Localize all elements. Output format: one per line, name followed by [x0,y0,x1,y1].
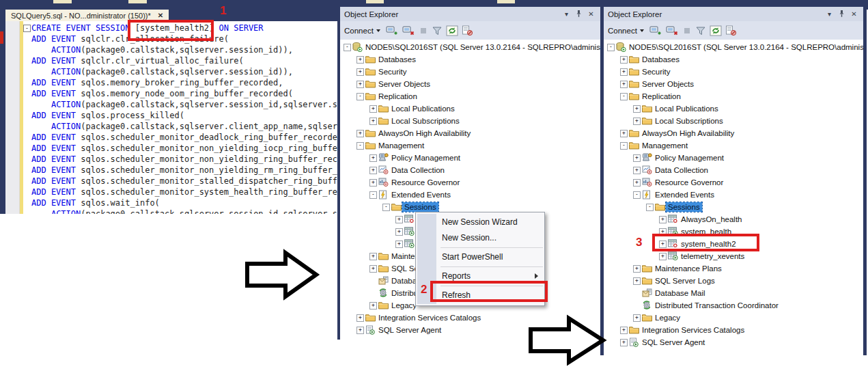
disconnect-server-icon[interactable] [402,25,415,36]
expand-toggle[interactable]: + [356,56,364,64]
expand-toggle[interactable]: + [659,216,667,223]
tree-item[interactable]: +Resource Governor [604,176,863,189]
tree-item[interactable]: +AlwaysOn High Availability [340,127,600,139]
expand-toggle[interactable]: + [633,118,641,125]
filter-icon[interactable] [432,26,443,36]
expand-toggle[interactable]: - [607,44,615,51]
expand-toggle[interactable]: + [356,81,364,88]
expand-toggle[interactable]: + [633,314,641,322]
stop-icon[interactable] [682,26,692,36]
menu-item-new-session-wizard[interactable]: New Session Wizard [416,215,544,230]
expand-toggle[interactable]: + [633,167,641,174]
script-error-icon[interactable] [725,25,737,36]
tree-item[interactable]: +telemetry_xevents [604,250,863,262]
tree-item[interactable]: +Local Publications [604,102,863,115]
connect-button[interactable]: Connect [608,27,644,35]
expand-toggle[interactable]: + [633,179,641,187]
expand-toggle[interactable]: + [356,327,364,334]
tree-item[interactable]: -Management [604,139,863,152]
close-icon[interactable]: ✕ [158,12,163,19]
tree-item[interactable]: +Maintenance Plans [604,262,863,275]
tree-item[interactable]: -Extended Events [604,189,863,201]
expand-toggle[interactable]: + [395,241,403,248]
expand-toggle[interactable]: + [369,154,377,162]
tree-item[interactable]: -Management [340,139,600,152]
expand-toggle[interactable]: + [369,265,377,273]
pin-icon[interactable] [574,10,584,19]
tree-item[interactable]: +Data Collection [604,164,863,176]
stop-icon[interactable] [419,26,428,36]
code-editor[interactable]: - CREATE EVENT SESSION [system_health2] … [5,21,337,214]
script-error-icon[interactable] [462,25,473,36]
expand-toggle[interactable]: - [369,191,377,199]
menu-item-new-session[interactable]: New Session... [416,230,544,246]
tree-item[interactable]: +Databases [340,53,600,66]
tree-item[interactable]: +Local Subscriptions [340,115,600,127]
tree-item[interactable]: +AlwaysOn High Availability [604,127,863,139]
connect-button[interactable]: Connect [344,27,380,35]
expand-toggle[interactable]: + [620,68,628,76]
tree-item[interactable]: -Sessions [604,201,863,213]
collapse-toggle-icon[interactable]: - [23,25,31,32]
tree-item[interactable]: +Security [604,66,863,78]
expand-toggle[interactable]: + [620,130,628,137]
expand-toggle[interactable]: + [395,228,403,236]
expand-toggle[interactable]: + [369,179,377,187]
expand-toggle[interactable]: - [633,191,641,199]
expand-toggle[interactable]: - [620,142,628,150]
expand-toggle[interactable]: + [369,253,377,260]
expand-toggle[interactable]: - [382,204,390,211]
tree-item[interactable]: -NODE5\SQL2016ST (SQL Server 13.0.2164 -… [604,41,863,53]
disconnect-server-icon[interactable] [666,25,679,36]
tree-item[interactable]: Distributed Transaction Coordinator [604,299,863,312]
expand-toggle[interactable]: + [633,105,641,113]
tree-item[interactable]: -NODE5\SQL2016ST (SQL Server 13.0.2164 -… [340,41,600,53]
tree-item[interactable]: +Policy Management [340,152,600,164]
tree-item[interactable]: +Policy Management [604,152,863,164]
expand-toggle[interactable]: + [369,105,377,113]
tree-item[interactable]: +Resource Governor [340,176,600,189]
expand-toggle[interactable]: + [620,56,628,64]
filter-icon[interactable] [695,26,706,36]
tree-item[interactable]: +Integration Services Catalogs [604,324,863,336]
expand-toggle[interactable]: + [369,167,377,174]
tree-item[interactable]: +Data Collection [340,164,600,176]
tree-item[interactable]: +Databases [604,53,863,66]
expand-toggle[interactable]: + [620,327,628,334]
tree-item[interactable]: +Security [340,66,600,78]
expand-toggle[interactable]: + [659,253,667,260]
expand-toggle[interactable]: + [620,339,628,346]
pin-icon[interactable] [837,10,847,19]
window-menu-icon[interactable]: ▾ [824,10,835,18]
expand-toggle[interactable]: + [633,277,641,285]
tree-item[interactable]: Database Mail [604,287,863,299]
expand-toggle[interactable]: - [356,93,364,100]
expand-toggle[interactable]: + [633,265,641,273]
tree-item[interactable]: +SQL Server Agent [604,336,863,348]
tree-item[interactable]: +Local Subscriptions [604,115,863,127]
close-icon[interactable]: ✕ [849,10,859,18]
tree-item[interactable]: +Local Publications [340,102,600,115]
tree-item[interactable]: -Extended Events [340,189,600,201]
expand-toggle[interactable]: + [369,118,377,125]
expand-toggle[interactable]: - [620,93,628,100]
expand-toggle[interactable]: - [646,204,654,211]
expand-toggle[interactable]: + [369,302,377,310]
expand-toggle[interactable]: + [356,314,364,322]
expand-toggle[interactable]: - [356,142,364,150]
tree-item[interactable]: +AlwaysOn_health [604,213,863,225]
expand-toggle[interactable]: + [356,130,364,137]
expand-toggle[interactable]: - [344,44,351,51]
expand-toggle[interactable]: + [633,154,641,162]
expand-toggle[interactable]: + [395,216,403,223]
tree-item[interactable]: +SQL Server Logs [604,275,863,287]
connect-server-icon[interactable] [649,25,662,36]
menu-item-start-powershell[interactable]: Start PowerShell [416,249,544,265]
refresh-icon[interactable] [710,25,722,36]
tree-item[interactable]: -Replication [340,90,600,102]
window-menu-icon[interactable]: ▾ [561,10,572,18]
tree-item[interactable]: +Server Objects [604,78,863,90]
connect-server-icon[interactable] [386,25,399,36]
expand-toggle[interactable]: + [620,81,628,88]
tree-item[interactable]: +Server Objects [340,78,600,90]
